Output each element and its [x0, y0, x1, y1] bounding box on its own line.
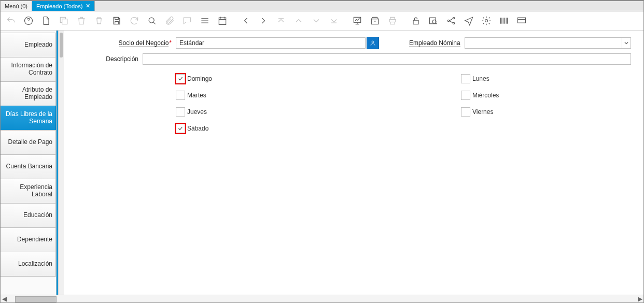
empleado-nomina-value: [465, 38, 622, 48]
go-next-icon[interactable]: [257, 15, 270, 27]
calendar-icon[interactable]: [216, 15, 229, 27]
up-icon: [292, 15, 305, 27]
checkbox-box[interactable]: [461, 74, 470, 83]
socio-lookup-button[interactable]: [367, 37, 379, 49]
checkbox-label: Jueves: [187, 108, 207, 116]
side-tabs: EmpleadoInformación de ContratoAtributo …: [1, 31, 57, 295]
copy-icon: [58, 15, 70, 27]
empleado-nomina-combo[interactable]: [465, 37, 631, 49]
scroll-right-icon[interactable]: ▶: [636, 295, 643, 302]
horizontal-scrollbar[interactable]: ◀ ▶: [1, 295, 643, 302]
refresh-icon: [128, 15, 141, 27]
side-scroll-thumb[interactable]: [60, 33, 63, 57]
lock-icon[interactable]: [410, 15, 422, 27]
barcode-icon[interactable]: [498, 15, 510, 27]
descripcion-label: Descripción: [89, 55, 143, 63]
checkbox-martes[interactable]: Martes: [176, 91, 461, 100]
print-icon: [386, 15, 399, 27]
checkbox-label: Domingo: [187, 75, 212, 82]
form-area: Socio del Negocio* Empleado Nómina Descr…: [64, 31, 643, 295]
checkbox-label: Sábado: [187, 125, 208, 132]
delete-all-icon: [93, 15, 105, 27]
attach-icon: [163, 15, 176, 27]
side-scrollbar[interactable]: [58, 31, 64, 295]
svg-point-2: [149, 18, 154, 23]
help-icon[interactable]: [22, 15, 35, 27]
checkbox-box[interactable]: [176, 91, 185, 100]
sidetab-9[interactable]: Localización: [1, 252, 56, 277]
go-prev-icon[interactable]: [240, 15, 252, 27]
new-icon[interactable]: [40, 15, 52, 27]
socio-input[interactable]: [176, 37, 366, 49]
svg-point-10: [447, 20, 449, 21]
checkbox-domingo[interactable]: Domingo: [176, 74, 461, 83]
svg-point-11: [453, 17, 454, 19]
checkbox-box[interactable]: [461, 107, 470, 117]
checkbox-box[interactable]: [176, 107, 185, 117]
zoom-record-icon[interactable]: [427, 15, 440, 27]
hscroll-thumb[interactable]: [15, 296, 57, 302]
checkbox-jueves[interactable]: Jueves: [176, 107, 461, 117]
checkbox-viernes[interactable]: Viernes: [461, 107, 631, 117]
checkbox-label: Lunes: [472, 75, 489, 82]
svg-rect-5: [371, 19, 378, 24]
svg-point-15: [372, 41, 374, 43]
tab-menu-label: Menú (0): [5, 3, 27, 9]
tab-empleado-label: Empleado (Todos): [36, 3, 82, 9]
display-icon[interactable]: [515, 15, 528, 27]
svg-point-13: [485, 20, 488, 22]
sidetab-0[interactable]: Empleado: [1, 33, 56, 57]
search-icon[interactable]: [146, 15, 158, 27]
delete-icon: [75, 15, 88, 27]
svg-rect-6: [389, 20, 396, 22]
svg-rect-7: [413, 20, 418, 24]
chevron-down-icon[interactable]: [622, 38, 631, 48]
checkbox-label: Miércoles: [472, 92, 499, 99]
checkbox-label: Martes: [187, 92, 206, 99]
sidetab-8[interactable]: Dependiente: [1, 227, 56, 252]
report-icon[interactable]: [351, 15, 363, 27]
empleado-nomina-label: Empleado Nómina: [409, 39, 465, 47]
days-grid: DomingoLunesMartesMiércolesJuevesViernes…: [176, 74, 631, 133]
svg-point-12: [453, 22, 454, 24]
down-icon: [310, 15, 323, 27]
sidetab-5[interactable]: Cuenta Bancaria: [1, 154, 56, 179]
sidetab-4[interactable]: Detalle de Pago: [1, 130, 56, 155]
svg-rect-3: [219, 18, 226, 24]
collapse-up-icon: [275, 15, 287, 27]
sidetab-6[interactable]: Experiencia Laboral: [1, 179, 56, 204]
sidetab-7[interactable]: Educación: [1, 203, 56, 228]
socio-label: Socio del Negocio*: [89, 39, 176, 47]
workflow-icon[interactable]: [445, 15, 457, 27]
tab-empleado[interactable]: Empleado (Todos) ✕: [32, 1, 95, 11]
checkbox-box[interactable]: [176, 74, 185, 83]
save-icon[interactable]: [110, 15, 123, 27]
collapse-down-icon: [328, 15, 340, 27]
chat-icon: [181, 15, 193, 27]
sidetab-2[interactable]: Atributo de Empleado: [1, 81, 56, 106]
undo-icon: [5, 15, 17, 27]
descripcion-input[interactable]: [143, 53, 631, 65]
sidetab-1[interactable]: Información de Contrato: [1, 57, 56, 82]
list-icon[interactable]: [199, 15, 211, 27]
window-tabbar: Menú (0) Empleado (Todos) ✕: [1, 1, 643, 11]
close-icon[interactable]: ✕: [86, 3, 90, 9]
checkbox-sábado[interactable]: Sábado: [176, 124, 461, 133]
sidetab-3[interactable]: Días Libres de la Semana: [1, 106, 56, 131]
archive-icon[interactable]: [369, 15, 381, 27]
checkbox-label: Viernes: [472, 108, 493, 116]
send-icon[interactable]: [463, 15, 475, 27]
svg-rect-1: [62, 19, 67, 24]
toolbar: [1, 11, 643, 31]
svg-rect-14: [518, 18, 526, 23]
checkbox-box[interactable]: [461, 91, 470, 100]
checkbox-lunes[interactable]: Lunes: [461, 74, 631, 83]
settings-icon[interactable]: [480, 15, 493, 27]
checkbox-miércoles[interactable]: Miércoles: [461, 91, 631, 100]
tab-menu[interactable]: Menú (0): [1, 1, 32, 11]
scroll-left-icon[interactable]: ◀: [1, 295, 8, 302]
checkbox-box[interactable]: [176, 124, 185, 133]
